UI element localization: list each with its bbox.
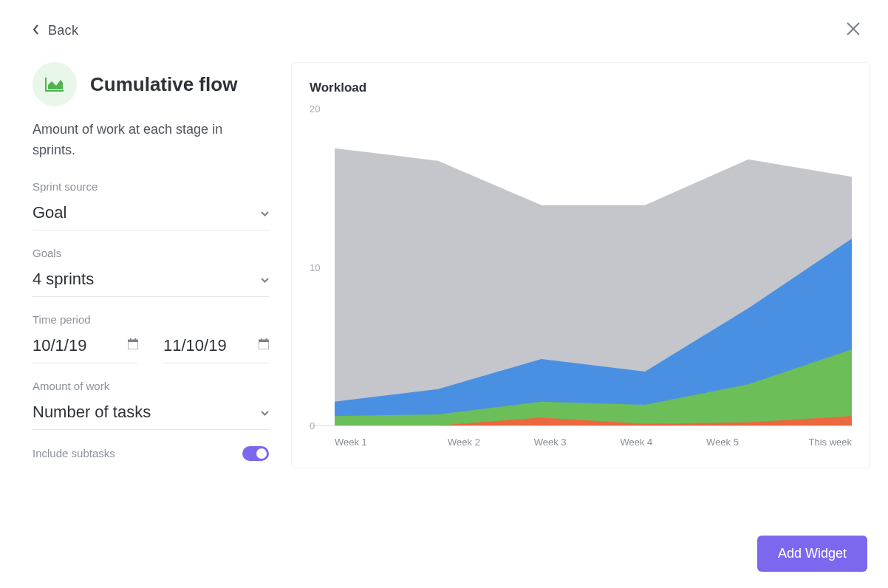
sidebar: Cumulative flow Amount of work at each s… bbox=[33, 62, 269, 461]
chevron-down-icon bbox=[261, 273, 269, 286]
amount-of-work-value: Number of tasks bbox=[33, 403, 151, 422]
y-tick: 0 bbox=[310, 420, 315, 431]
add-widget-button[interactable]: Add Widget bbox=[757, 536, 867, 572]
start-date-value: 10/1/19 bbox=[33, 336, 86, 355]
chevron-down-icon bbox=[261, 406, 269, 419]
svg-rect-7 bbox=[266, 338, 267, 341]
sprint-source-dropdown[interactable]: Goal bbox=[33, 199, 269, 230]
svg-rect-2 bbox=[130, 338, 132, 341]
chevron-left-icon bbox=[33, 23, 39, 38]
back-button[interactable]: Back bbox=[33, 23, 78, 38]
x-tick: This week bbox=[765, 437, 852, 448]
area-chart bbox=[335, 109, 852, 425]
calendar-icon bbox=[259, 338, 269, 352]
x-tick: Week 4 bbox=[593, 437, 680, 448]
svg-rect-5 bbox=[259, 340, 269, 342]
x-tick: Week 2 bbox=[421, 437, 508, 448]
include-subtasks-label: Include subtasks bbox=[33, 447, 115, 459]
start-date-field[interactable]: 10/1/19 bbox=[33, 332, 138, 363]
calendar-icon bbox=[128, 338, 138, 352]
page-title: Cumulative flow bbox=[90, 73, 237, 96]
amount-of-work-label: Amount of work bbox=[33, 380, 269, 392]
close-icon bbox=[845, 27, 861, 39]
close-button[interactable] bbox=[845, 21, 861, 40]
x-tick: Week 5 bbox=[680, 437, 766, 448]
area-chart-icon bbox=[33, 62, 77, 106]
svg-rect-3 bbox=[135, 338, 137, 341]
y-tick: 20 bbox=[310, 103, 320, 114]
time-period-label: Time period bbox=[33, 313, 269, 326]
svg-rect-1 bbox=[128, 340, 138, 342]
chart-card: Workload 20 10 0 Week 1 Week 2 Week 3 We… bbox=[291, 62, 870, 468]
end-date-field[interactable]: 11/10/19 bbox=[163, 332, 269, 363]
svg-rect-6 bbox=[261, 338, 262, 341]
add-widget-label: Add Widget bbox=[778, 546, 847, 561]
amount-of-work-dropdown[interactable]: Number of tasks bbox=[33, 398, 269, 430]
end-date-value: 11/10/19 bbox=[163, 336, 227, 355]
chevron-down-icon bbox=[261, 206, 269, 219]
y-tick: 10 bbox=[310, 261, 320, 273]
page-description: Amount of work at each stage in sprints. bbox=[33, 120, 269, 161]
back-label: Back bbox=[48, 23, 78, 38]
x-tick: Week 1 bbox=[335, 437, 421, 448]
goals-value: 4 sprints bbox=[33, 270, 94, 289]
chart-title: Workload bbox=[310, 81, 852, 95]
goals-dropdown[interactable]: 4 sprints bbox=[33, 265, 269, 297]
sprint-source-label: Sprint source bbox=[33, 180, 269, 193]
include-subtasks-toggle[interactable] bbox=[242, 446, 269, 461]
x-tick: Week 3 bbox=[507, 437, 593, 448]
goals-label: Goals bbox=[33, 247, 269, 259]
chart-plot: 20 10 0 bbox=[310, 109, 852, 426]
sprint-source-value: Goal bbox=[33, 203, 66, 222]
